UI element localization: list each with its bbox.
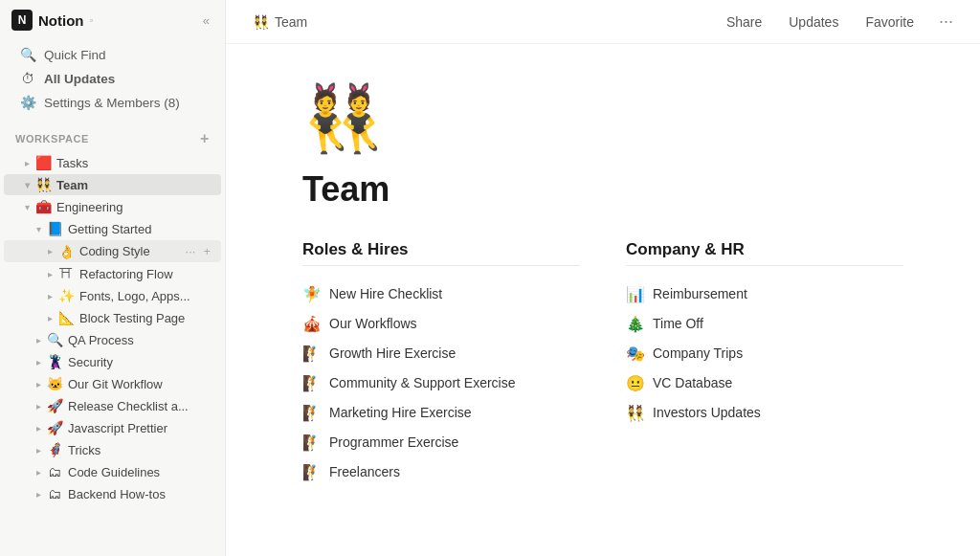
sidebar-item-security[interactable]: 🦹 Security: [4, 351, 221, 372]
workspace-caret-icon: ◦: [89, 13, 93, 27]
arrow-icon: [31, 332, 46, 347]
collapse-sidebar-button[interactable]: «: [199, 11, 213, 30]
notion-logo-icon: N: [11, 10, 33, 31]
list-item[interactable]: 🧗 Marketing Hire Exercise: [302, 398, 580, 428]
breadcrumb-emoji: 👯: [253, 14, 269, 30]
list-item[interactable]: 🎄 Time Off: [626, 309, 903, 339]
updates-icon: ⏱: [19, 71, 36, 86]
company-hr-list: 📊 Reimbursement 🎄 Time Off 🎭 Company Tri…: [626, 279, 903, 428]
arrow-icon: [42, 310, 57, 325]
breadcrumb: 👯 Team: [253, 14, 307, 30]
list-item[interactable]: 👯 Investors Updates: [626, 398, 903, 428]
app-name[interactable]: N Notion ◦: [11, 10, 94, 31]
sidebar-header: N Notion ◦ «: [0, 0, 225, 36]
arrow-icon: [19, 177, 34, 192]
sidebar: N Notion ◦ « 🔍 Quick Find ⏱ All Updates …: [0, 0, 226, 556]
list-item[interactable]: 🧗 Community & Support Exercise: [302, 368, 580, 398]
roles-hires-list: 🧚 New Hire Checklist 🎪 Our Workflows 🧗 G…: [302, 279, 580, 487]
arrow-icon: [19, 199, 34, 214]
sidebar-item-engineering[interactable]: 🧰 Engineering: [4, 196, 221, 217]
column-roles-hires: Roles & Hires 🧚 New Hire Checklist 🎪 Our…: [302, 240, 580, 487]
sidebar-item-fonts-logo[interactable]: ✨ Fonts, Logo, Apps...: [4, 285, 221, 306]
column-header-company-hr: Company & HR: [626, 240, 903, 266]
list-item[interactable]: 🧗 Growth Hire Exercise: [302, 339, 580, 368]
more-options-button[interactable]: ···: [183, 243, 199, 259]
sidebar-nav: 🔍 Quick Find ⏱ All Updates ⚙️ Settings &…: [0, 36, 225, 121]
search-icon: 🔍: [19, 47, 36, 62]
share-button[interactable]: Share: [721, 11, 768, 33]
main-content: 👯 Team Share Updates Favorite ··· 👯 Team…: [226, 0, 980, 556]
favorite-button[interactable]: Favorite: [859, 11, 920, 33]
sidebar-item-block-testing[interactable]: 📐 Block Testing Page: [4, 307, 221, 328]
column-header-roles-hires: Roles & Hires: [302, 240, 580, 266]
arrow-icon: [31, 486, 46, 501]
list-item[interactable]: 😐 VC Database: [626, 368, 903, 398]
list-item[interactable]: 🧗 Freelancers: [302, 457, 580, 487]
sidebar-item-coding-style[interactable]: 👌 Coding Style ··· +: [4, 240, 221, 262]
workspace-section-label: WORKSPACE +: [0, 121, 225, 151]
list-item[interactable]: 🧗 Programmer Exercise: [302, 428, 580, 457]
sidebar-item-qa-process[interactable]: 🔍 QA Process: [4, 329, 221, 350]
sidebar-item-code-guidelines[interactable]: 🗂 Code Guidelines: [4, 461, 221, 482]
add-workspace-item-button[interactable]: +: [196, 130, 213, 147]
main-header: 👯 Team Share Updates Favorite ···: [226, 0, 980, 44]
list-item[interactable]: 🎪 Our Workflows: [302, 309, 580, 339]
breadcrumb-label: Team: [275, 14, 307, 30]
sidebar-item-getting-started[interactable]: 📘 Getting Started: [4, 218, 221, 239]
arrow-icon: [31, 442, 46, 457]
arrow-icon: [42, 288, 57, 303]
sidebar-item-javascript-prettier[interactable]: 🚀 Javascript Prettier: [4, 417, 221, 438]
list-item[interactable]: 📊 Reimbursement: [626, 279, 903, 309]
sidebar-item-tasks[interactable]: 🟥 Tasks: [4, 152, 221, 173]
page-title: Team: [302, 169, 903, 210]
page-hero-emoji: 👯: [302, 82, 903, 154]
arrow-icon: [31, 420, 46, 435]
sidebar-item-all-updates[interactable]: ⏱ All Updates: [4, 67, 221, 90]
sidebar-item-settings[interactable]: ⚙️ Settings & Members (8): [4, 91, 221, 114]
arrow-icon: [42, 266, 57, 281]
page-body: 👯 Team Roles & Hires 🧚 New Hire Checklis…: [226, 44, 980, 556]
arrow-icon: [31, 464, 46, 479]
arrow-icon: [31, 398, 46, 413]
list-item[interactable]: 🎭 Company Trips: [626, 339, 903, 368]
sidebar-item-team[interactable]: 👯 Team: [4, 174, 221, 195]
arrow-icon: [31, 376, 46, 391]
column-company-hr: Company & HR 📊 Reimbursement 🎄 Time Off …: [626, 240, 903, 487]
sidebar-item-release-checklist[interactable]: 🚀 Release Checklist a...: [4, 395, 221, 416]
tree-item-actions: ··· +: [183, 243, 213, 259]
sidebar-item-refactoring-flow[interactable]: ⛩ Refactoring Flow: [4, 263, 221, 284]
sidebar-item-quick-find[interactable]: 🔍 Quick Find: [4, 43, 221, 66]
header-actions: Share Updates Favorite ···: [721, 10, 957, 33]
more-options-button[interactable]: ···: [935, 10, 957, 33]
arrow-icon: [31, 221, 46, 236]
arrow-icon: [19, 155, 34, 170]
updates-button[interactable]: Updates: [783, 11, 844, 33]
sidebar-tree: 🟥 Tasks 👯 Team 🧰 Engineering 📘 Getting S…: [0, 151, 225, 505]
sidebar-item-tricks[interactable]: 🦸 Tricks: [4, 439, 221, 460]
arrow-icon: [31, 354, 46, 369]
sidebar-item-backend-how-tos[interactable]: 🗂 Backend How-tos: [4, 483, 221, 504]
list-item[interactable]: 🧚 New Hire Checklist: [302, 279, 580, 309]
add-child-button[interactable]: +: [200, 243, 213, 259]
sidebar-item-git-workflow[interactable]: 🐱 Our Git Workflow: [4, 373, 221, 394]
page-columns: Roles & Hires 🧚 New Hire Checklist 🎪 Our…: [302, 240, 903, 487]
arrow-icon: [42, 244, 57, 259]
gear-icon: ⚙️: [19, 95, 36, 110]
